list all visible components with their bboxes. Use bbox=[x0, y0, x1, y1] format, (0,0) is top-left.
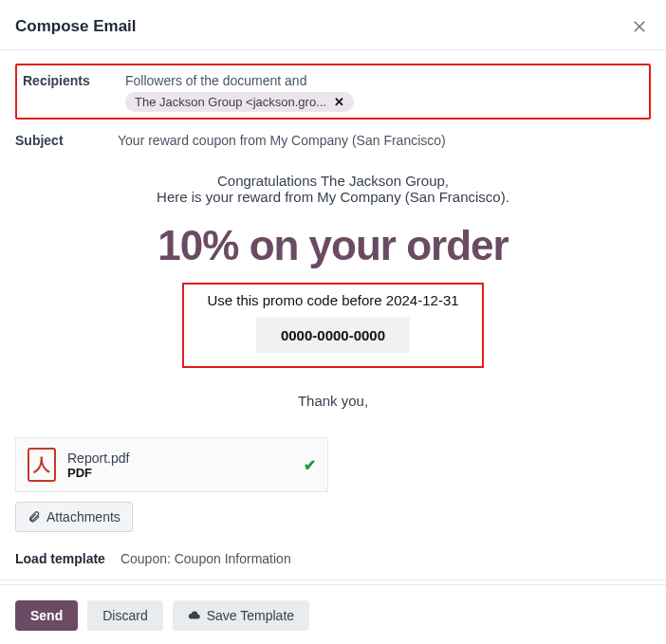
close-icon bbox=[631, 18, 648, 35]
load-template-label: Load template bbox=[15, 551, 105, 566]
recipients-text: Followers of the document and bbox=[125, 73, 306, 88]
body-line2: Here is your reward from My Company (San… bbox=[15, 189, 651, 205]
subject-input[interactable]: Your reward coupon from My Company (San … bbox=[118, 129, 651, 148]
paperclip-icon bbox=[28, 510, 41, 524]
recipients-label: Recipients bbox=[23, 69, 125, 88]
modal-header: Compose Email bbox=[0, 0, 666, 49]
save-template-label: Save Template bbox=[207, 608, 294, 623]
email-body[interactable]: Congratulations The Jackson Group, Here … bbox=[0, 165, 666, 437]
subject-label: Subject bbox=[15, 129, 118, 148]
attachment-filename: Report.pdf bbox=[67, 451, 129, 466]
body-thank: Thank you, bbox=[15, 393, 651, 409]
body-hero: 10% on your order bbox=[15, 222, 651, 269]
recipient-chip-label: The Jackson Group <jackson.gro... bbox=[135, 95, 326, 109]
cloud-upload-icon bbox=[188, 609, 201, 622]
close-button[interactable] bbox=[628, 15, 651, 38]
promo-text: Use this promo code before 2024-12-31 bbox=[207, 292, 458, 308]
pdf-icon: 人 bbox=[28, 448, 56, 482]
promo-highlight: Use this promo code before 2024-12-31 00… bbox=[182, 283, 483, 368]
recipients-highlight: Recipients Followers of the document and… bbox=[15, 64, 651, 120]
attachments-button[interactable]: Attachments bbox=[15, 502, 133, 532]
attachment-card[interactable]: 人 Report.pdf PDF ✔ bbox=[15, 437, 328, 492]
modal-title: Compose Email bbox=[15, 17, 137, 36]
recipients-value[interactable]: Followers of the document and The Jackso… bbox=[125, 69, 643, 112]
discard-button[interactable]: Discard bbox=[87, 600, 162, 631]
save-template-button[interactable]: Save Template bbox=[173, 600, 309, 631]
recipient-chip[interactable]: The Jackson Group <jackson.gro... ✕ bbox=[125, 92, 354, 112]
compose-email-modal: Compose Email Recipients Followers of th… bbox=[0, 0, 666, 644]
send-button[interactable]: Send bbox=[15, 600, 78, 631]
body-line1: Congratulations The Jackson Group, bbox=[15, 173, 651, 189]
attachment-type: PDF bbox=[67, 466, 129, 480]
modal-footer: Send Discard Save Template bbox=[0, 584, 666, 644]
attachments-button-label: Attachments bbox=[46, 509, 120, 524]
divider bbox=[0, 580, 666, 580]
promo-code: 0000-0000-0000 bbox=[256, 318, 410, 353]
template-select[interactable]: Coupon: Coupon Information bbox=[120, 551, 291, 566]
remove-recipient-icon[interactable]: ✕ bbox=[334, 95, 344, 109]
check-icon: ✔ bbox=[304, 456, 316, 474]
